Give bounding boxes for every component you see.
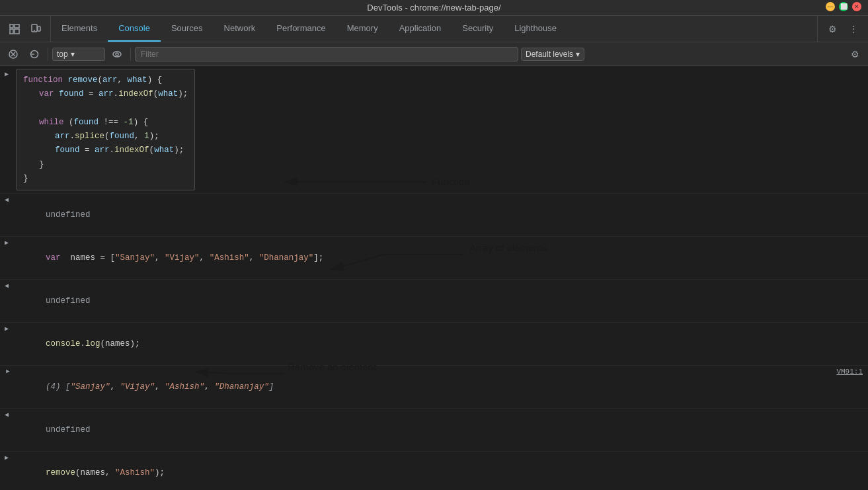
arrow-right-names[interactable]	[0, 237, 13, 247]
tab-sources[interactable]: Sources	[161, 16, 214, 42]
title-bar: DevTools - chrome://new-tab-page/ — ⬜ ✕	[0, 0, 868, 16]
tab-bar-right: ⚙ ⋮	[817, 16, 868, 42]
arrow-right-remove[interactable]	[0, 452, 13, 462]
function-code-entry: function remove(arr, what) { var found =…	[0, 66, 868, 194]
consolelog-names-entry: console.log(names);	[0, 323, 868, 366]
chevron-down-icon-levels: ▾	[576, 50, 580, 59]
arrow-left-3	[0, 409, 13, 419]
context-selector[interactable]: top ▾	[52, 48, 105, 61]
svg-rect-5	[38, 26, 40, 31]
tab-bar: Elements Console Sources Network Perform…	[0, 16, 868, 42]
array-4-entry: ▶ (4) ["Sanjay", "Vijay", "Ashish", "Dha…	[0, 366, 868, 409]
toolbar-separator-2	[130, 48, 131, 61]
code-line-6: }	[23, 158, 188, 172]
code-line-7: }	[23, 172, 188, 186]
filter-button[interactable]	[25, 45, 44, 63]
device-toolbar-icon[interactable]	[26, 20, 45, 38]
close-button[interactable]: ✕	[852, 2, 861, 11]
undefined-entry-2: undefined	[0, 280, 868, 323]
tab-elements[interactable]: Elements	[51, 16, 108, 42]
settings-icon[interactable]: ⚙	[823, 20, 842, 38]
code-line-5: found = arr.indexOf(what);	[23, 143, 188, 157]
code-line-1: function remove(arr, what) {	[23, 73, 188, 87]
arrow-left-2	[0, 280, 13, 290]
tab-application[interactable]: Application	[389, 16, 452, 42]
undefined-entry-3: undefined	[0, 409, 868, 452]
vm91-link[interactable]: VM91:1	[836, 366, 868, 376]
minimize-button[interactable]: —	[826, 2, 835, 11]
arrow-right-consolelog[interactable]	[0, 323, 13, 333]
code-line-3: while (found !== -1) {	[23, 116, 188, 130]
inspect-icon[interactable]	[5, 20, 24, 38]
devtools-icons	[0, 16, 51, 42]
console-toolbar: top ▾ Default levels ▾ ⚙	[0, 42, 868, 66]
window-controls: — ⬜ ✕	[826, 2, 861, 11]
undefined-entry-1: undefined	[0, 194, 868, 237]
console-settings-icon[interactable]: ⚙	[846, 45, 864, 63]
svg-rect-2	[10, 29, 13, 34]
tab-performance[interactable]: Performance	[266, 16, 336, 42]
names-decl-entry: var names = ["Sanjay", "Vijay", "Ashish"…	[0, 237, 868, 280]
svg-rect-0	[10, 24, 13, 28]
window-title: DevTools - chrome://new-tab-page/	[367, 3, 500, 13]
code-line-blank	[23, 102, 188, 116]
tab-memory[interactable]: Memory	[336, 16, 389, 42]
maximize-button[interactable]: ⬜	[839, 2, 848, 11]
tabs-list: Elements Console Sources Network Perform…	[51, 16, 817, 42]
svg-rect-3	[15, 29, 19, 34]
arrow-left-1	[0, 194, 13, 204]
arrow-triangle-4[interactable]: ▶	[0, 366, 13, 375]
eye-icon-button[interactable]	[108, 45, 126, 63]
more-options-icon[interactable]: ⋮	[844, 20, 863, 38]
entry-expand-arrow[interactable]	[0, 69, 13, 78]
tab-lighthouse[interactable]: Lighthouse	[504, 16, 567, 42]
code-line-4: arr.splice(found, 1);	[23, 130, 188, 143]
clear-console-button[interactable]	[4, 45, 22, 63]
filter-input[interactable]	[135, 47, 518, 61]
svg-rect-1	[15, 24, 19, 28]
toolbar-separator-1	[48, 48, 48, 61]
levels-selector[interactable]: Default levels ▾	[521, 48, 584, 61]
console-content[interactable]: function remove(arr, what) { var found =…	[0, 66, 868, 490]
chevron-down-icon: ▾	[71, 50, 75, 59]
tab-security[interactable]: Security	[452, 16, 504, 42]
remove-call-entry: remove(names, "Ashish");	[0, 452, 868, 490]
svg-point-13	[116, 53, 118, 56]
svg-point-12	[113, 52, 121, 57]
code-line-2: var found = arr.indexOf(what);	[23, 87, 188, 101]
tab-console[interactable]: Console	[108, 16, 161, 42]
tab-network[interactable]: Network	[214, 16, 266, 42]
